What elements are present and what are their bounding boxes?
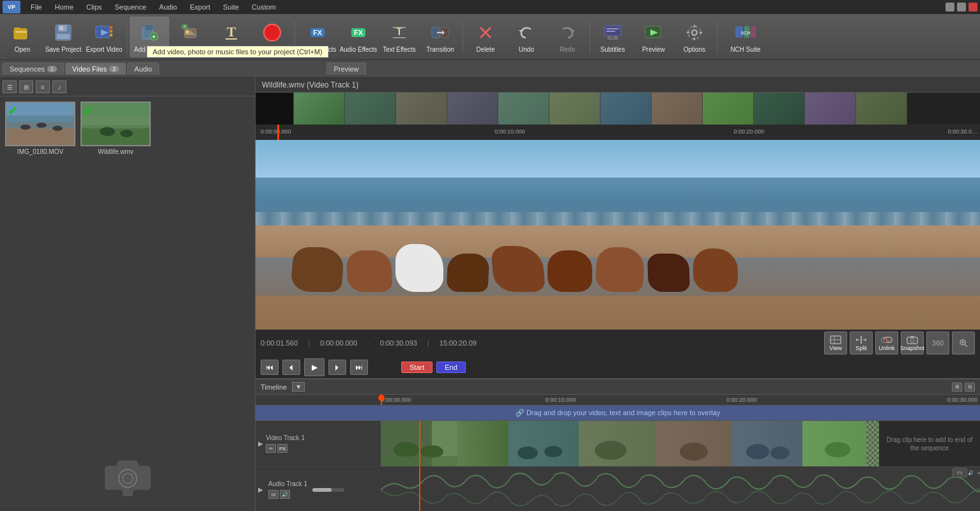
media-panel-toolbar: ☰ ⊞ ≡ ♪ [0,78,255,96]
view-tool-btn[interactable]: View [824,332,847,355]
menu-sequence[interactable]: Sequence [112,2,149,12]
menu-export[interactable]: Export [187,2,213,12]
timeline-collapse-all[interactable]: ⊟ [965,383,975,392]
step-forward-btn[interactable]: ⏵ [328,360,346,375]
nch-suite-button[interactable]: NCH NCH Suite [720,17,771,57]
media-view-toggle-3[interactable]: ≡ [36,80,50,93]
text-effects-button[interactable]: T Text Effects [379,17,419,57]
open-button[interactable]: Open [3,17,42,57]
scrubber-playhead[interactable] [277,125,279,140]
video-track-icon-btns: ✏ FX [266,444,305,453]
video-clip-2[interactable] [509,421,579,466]
video-clip-1[interactable] [432,421,509,466]
set-end-btn[interactable]: End [436,362,466,373]
set-start-btn[interactable]: Start [401,362,433,373]
redo-button[interactable]: Redo [547,17,587,57]
svg-text:NCH: NCH [740,31,750,35]
audio-effects-button[interactable]: FX Audio Effects [339,17,378,57]
window-close[interactable] [969,3,977,11]
svg-point-94 [770,446,790,459]
media-item-0[interactable]: ✓ IMG_0180.MOV [5,102,75,155]
options-button[interactable]: Options [675,17,714,57]
svg-rect-35 [606,28,619,29]
tab-audio[interactable]: Audio [127,63,159,75]
step-back-btn[interactable]: ⏴ [282,360,300,375]
window-minimize[interactable] [946,3,954,11]
undo-button[interactable]: Undo [507,17,546,57]
media-sort-btn[interactable]: ♪ [52,80,66,93]
timeline-label: Timeline [261,383,287,391]
menu-home[interactable]: Home [52,2,76,12]
video-clip-6[interactable] [802,421,879,466]
svg-line-73 [886,337,887,342]
horse-1 [346,250,392,292]
subtitles-button[interactable]: SUB Subtitles [593,17,632,57]
tab-preview[interactable]: Preview [326,63,365,75]
svg-point-53 [20,125,31,130]
video-track-controls: ▶ Video Track 1 ✏ FX [256,421,381,466]
video-clip-4[interactable] [655,421,732,466]
menu-file[interactable]: File [28,2,45,12]
delete-button[interactable]: Delete [466,17,505,57]
subtitles-icon: SUB [601,21,624,44]
video-track-pencil[interactable]: ✏ [266,444,276,453]
svg-point-96 [825,442,850,457]
zoom-in-btn[interactable] [952,332,975,355]
snapshot-tool-btn[interactable]: Snapshot [901,332,924,355]
app-logo: VP [3,1,20,13]
horse-3 [446,254,489,292]
svg-rect-92 [732,421,802,466]
overlay-dropzone[interactable]: 🔗 Drag and drop your video, text and ima… [256,406,980,421]
tab-video-files[interactable]: Video Files 2 [65,63,126,75]
media-view-toggle-2[interactable]: ⊞ [19,80,33,93]
svg-rect-9 [110,26,112,29]
film-scrubber[interactable]: 0:00:00.000 0:00:10.000 0:00:20.000 0:00… [256,125,980,140]
unlink-tool-btn[interactable]: Unlink [875,332,898,355]
transition-button[interactable]: Transition [420,17,460,57]
split-tool-btn[interactable]: Split [850,332,873,355]
media-browser: ✓ IMG_0180.MOV ✓ [0,96,255,429]
save-project-button[interactable]: Save Project [43,17,83,57]
timeline-expand-all[interactable]: ⊞ [952,383,962,392]
preview-button[interactable]: Preview [634,17,673,57]
video-track-row: ▶ Video Track 1 ✏ FX [256,421,980,467]
menu-clips[interactable]: Clips [84,2,104,12]
export-video-button[interactable]: Export Video [84,17,124,57]
audio-vol-btn[interactable]: 🔊 [280,490,290,499]
play-btn[interactable]: ▶ [304,358,325,376]
film-strip [256,93,980,125]
go-to-start-btn[interactable]: ⏮ [261,360,279,375]
video-clip-3[interactable] [579,421,655,466]
video-track-expand[interactable]: ▶ [258,440,263,447]
menu-suite[interactable]: Suite [220,2,241,12]
svg-text:+: + [152,33,156,40]
tab-sequences[interactable]: Sequences 1 [3,63,64,75]
timecode-sep1: | [308,339,310,347]
media-view-toggle-1[interactable]: ☰ [3,80,17,93]
media-check-1: ✓ [83,104,93,118]
menu-audio[interactable]: Audio [157,2,180,12]
360-tool-btn[interactable]: 360 [926,332,949,355]
ruler-time-30: 0:00:30.000 [947,397,977,403]
video-track-content: Drag clip here to add to end of the sequ… [381,421,980,466]
drag-to-add-zone[interactable]: Drag clip here to add to end of the sequ… [879,421,980,466]
audio-mute-btn[interactable]: M [268,490,279,499]
strip-frame-3 [396,93,447,125]
timeline-ruler[interactable]: 0:00:00.000 0:00:10.000 0:00:20.000 0:00… [256,395,980,406]
preview-video [256,140,980,330]
timeline-dropdown[interactable]: ▼ [292,382,305,392]
window-maximize[interactable] [957,3,966,11]
media-item-1[interactable]: ✓ Wildlife.wmv [80,102,151,155]
export-icon [93,21,116,44]
svg-point-89 [595,441,627,460]
video-track-fx[interactable]: FX [277,444,287,453]
timecodes-row: 0:00:01.560 | 0:00:00.000 - 0:00:30.093 … [256,330,980,356]
preview-panel: Wildlife.wmv (Video Track 1) 0: [256,78,980,378]
media-thumbnail-0: ✓ [5,102,75,146]
go-to-end-btn[interactable]: ⏭ [350,360,368,375]
menu-custom[interactable]: Custom [249,2,279,12]
volume-track[interactable] [312,488,344,492]
svg-rect-36 [606,31,615,32]
audio-track-expand[interactable]: ▶ [258,486,263,493]
video-clip-5[interactable] [732,421,802,466]
